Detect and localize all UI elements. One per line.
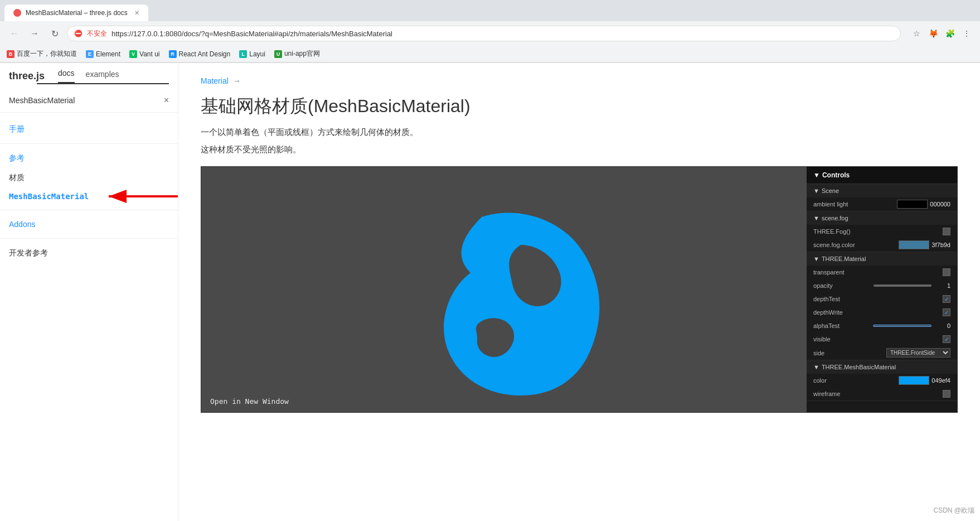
ctrl-ambient-color: 000000 bbox=[897, 200, 950, 209]
ctrl-mesh-color: 049ef4 bbox=[899, 376, 950, 385]
ctrl-scene-chevron: ▼ bbox=[813, 187, 819, 194]
ctrl-fog-chevron: ▼ bbox=[813, 215, 819, 221]
ctrl-opacity-slider[interactable] bbox=[874, 284, 932, 287]
tab-close-button[interactable]: ✕ bbox=[134, 9, 139, 17]
ctrl-side-select[interactable]: THREE.FrontSide THREE.BackSide THREE.Dou… bbox=[886, 348, 950, 358]
reload-button[interactable]: ↻ bbox=[47, 26, 62, 41]
uniapp-favicon: U bbox=[274, 50, 282, 58]
breadcrumb-material[interactable]: Material bbox=[201, 76, 229, 85]
ctrl-meshbasic-chevron: ▼ bbox=[813, 364, 819, 370]
sidebar-link-addons[interactable]: Addons bbox=[9, 220, 35, 229]
ctrl-wireframe-checkbox[interactable] bbox=[943, 390, 950, 398]
ctrl-row-ambient: ambient light 000000 bbox=[807, 197, 957, 211]
demo-viewer: Open in New Window ▼ Controls ▼ Scene am… bbox=[201, 166, 958, 413]
ctrl-meshbasic-title[interactable]: ▼ THREE.MeshBasicMaterial bbox=[807, 360, 957, 374]
sidebar-label-devref: 开发者参考 bbox=[9, 248, 48, 257]
ctrl-depthtest-checkbox[interactable]: ✓ bbox=[943, 295, 950, 303]
puzzle-icon[interactable]: 🧩 bbox=[943, 27, 957, 40]
ctrl-row-wireframe: wireframe bbox=[807, 387, 957, 401]
ctrl-section-meshbasic: ▼ THREE.MeshBasicMaterial color 049ef4 w… bbox=[807, 360, 957, 401]
ctrl-fog-color: 3f7b9d bbox=[899, 240, 950, 249]
ctrl-row-opacity: opacity 1 bbox=[807, 279, 957, 292]
ctrl-scene-title[interactable]: ▼ Scene bbox=[807, 184, 957, 197]
sidebar-link-manual[interactable]: 手册 bbox=[9, 124, 25, 133]
react-ant-favicon: R bbox=[169, 50, 177, 58]
ctrl-row-side: side THREE.FrontSide THREE.BackSide THRE… bbox=[807, 346, 957, 360]
ctrl-row-transparent: transparent bbox=[807, 266, 957, 279]
bookmark-element[interactable]: E Element bbox=[86, 50, 120, 58]
main-content: Material → 基础网格材质(MeshBasicMaterial) 一个以… bbox=[178, 63, 980, 521]
sidebar-close-button[interactable]: × bbox=[164, 95, 169, 105]
ctrl-fog-title[interactable]: ▼ scene.fog bbox=[807, 211, 957, 225]
back-button[interactable]: ← bbox=[7, 26, 22, 41]
ctrl-fog-swatch[interactable] bbox=[899, 240, 929, 249]
element-favicon: E bbox=[86, 50, 94, 58]
breadcrumb-separator: → bbox=[233, 76, 241, 85]
sidebar-section-manual: 手册 bbox=[0, 119, 178, 139]
ctrl-color-swatch[interactable] bbox=[899, 376, 929, 385]
ctrl-section-material: ▼ THREE.Material transparent opacity bbox=[807, 252, 957, 360]
ctrl-fog-checkbox[interactable] bbox=[943, 228, 950, 235]
address-bar-row: ← → ↻ ⛔ 不安全 https://127.0.0.1:8080/docs/… bbox=[0, 21, 980, 46]
nav-examples[interactable]: examples bbox=[86, 70, 119, 83]
sidebar-title: MeshBasicMaterial bbox=[9, 96, 75, 105]
ctrl-alphatest-slider[interactable] bbox=[873, 325, 932, 327]
ctrl-row-depthwrite: depthWrite ✓ bbox=[807, 306, 957, 319]
tab-title: MeshBasicMaterial – three.js docs bbox=[26, 9, 128, 17]
ctrl-row-color: color 049ef4 bbox=[807, 374, 957, 387]
vant-favicon: V bbox=[129, 50, 137, 58]
url-text: https://127.0.0.1:8080/docs/?q=MeshBasic… bbox=[111, 30, 392, 38]
ctrl-ambient-swatch[interactable] bbox=[897, 200, 928, 209]
ctrl-visible-checkbox[interactable]: ✓ bbox=[943, 335, 950, 343]
sidebar-section-material: 材质 bbox=[0, 168, 178, 187]
ctrl-row-visible: visible ✓ bbox=[807, 332, 957, 346]
bookmark-vant[interactable]: V Vant ui bbox=[129, 50, 159, 58]
sidebar-section-devref: 开发者参考 bbox=[0, 243, 178, 263]
extension-icon[interactable]: 🦊 bbox=[926, 27, 940, 40]
breadcrumb: Material → bbox=[201, 76, 958, 85]
nav-docs[interactable]: docs bbox=[58, 69, 75, 83]
security-label: 不安全 bbox=[87, 29, 107, 38]
ctrl-material-chevron: ▼ bbox=[813, 255, 819, 262]
threejs-logo-shape bbox=[370, 172, 638, 407]
sidebar-section-addons: Addons bbox=[0, 215, 178, 234]
browser-tab[interactable]: MeshBasicMaterial – three.js docs ✕ bbox=[4, 4, 148, 21]
ctrl-section-fog: ▼ scene.fog THREE.Fog() scene.fog.color … bbox=[807, 211, 957, 252]
demo-canvas: Open in New Window bbox=[201, 167, 807, 412]
menu-icon[interactable]: ⋮ bbox=[960, 27, 973, 40]
forward-button[interactable]: → bbox=[27, 26, 42, 41]
ctrl-row-fog-toggle: THREE.Fog() bbox=[807, 225, 957, 238]
sidebar-search-bar: MeshBasicMaterial × bbox=[0, 89, 178, 113]
security-icon: ⛔ bbox=[74, 30, 83, 37]
controls-chevron: ▼ bbox=[813, 171, 820, 179]
ctrl-row-fog-color: scene.fog.color 3f7b9d bbox=[807, 238, 957, 252]
sidebar: three.js docs examples MeshBasicMaterial… bbox=[0, 63, 178, 521]
bookmarks-bar: B 百度一下，你就知道 E Element V Vant ui R React … bbox=[0, 46, 980, 62]
controls-panel: ▼ Controls ▼ Scene ambient light 000000 bbox=[807, 167, 957, 412]
layui-favicon: L bbox=[239, 50, 247, 58]
red-arrow-annotation bbox=[103, 185, 178, 208]
address-bar[interactable]: ⛔ 不安全 https://127.0.0.1:8080/docs/?q=Mes… bbox=[67, 26, 901, 41]
controls-header: ▼ Controls bbox=[807, 167, 957, 184]
sidebar-mesh-item: MeshBasicMaterial bbox=[0, 187, 178, 205]
ctrl-material-title[interactable]: ▼ THREE.Material bbox=[807, 252, 957, 266]
ctrl-depthwrite-checkbox[interactable]: ✓ bbox=[943, 308, 950, 316]
bookmark-react-ant[interactable]: R React Ant Design bbox=[169, 50, 231, 58]
ctrl-section-scene: ▼ Scene ambient light 000000 bbox=[807, 184, 957, 211]
sidebar-link-ref[interactable]: 参考 bbox=[9, 153, 25, 162]
page-desc-2: 这种材质不受光照的影响。 bbox=[201, 144, 958, 155]
bookmark-uniapp[interactable]: U uni-app官网 bbox=[274, 49, 320, 59]
page-desc-1: 一个以简单着色（平面或线框）方式来绘制几何体的材质。 bbox=[201, 126, 958, 139]
star-icon[interactable]: ☆ bbox=[910, 27, 923, 40]
baidu-favicon: B bbox=[7, 50, 14, 58]
ctrl-transparent-checkbox[interactable] bbox=[943, 268, 950, 276]
bookmark-baidu[interactable]: B 百度一下，你就知道 bbox=[7, 49, 77, 59]
bookmark-layui[interactable]: L Layui bbox=[239, 50, 265, 58]
ctrl-row-depthtest: depthTest ✓ bbox=[807, 292, 957, 306]
ctrl-row-alphatest: alphaTest 0 bbox=[807, 319, 957, 332]
sidebar-label-material: 材质 bbox=[9, 173, 25, 182]
demo-open-label[interactable]: Open in New Window bbox=[210, 397, 289, 406]
browser-toolbar-icons: ☆ 🦊 🧩 ⋮ bbox=[910, 27, 973, 40]
sidebar-section-ref: 参考 bbox=[0, 148, 178, 168]
site-logo[interactable]: three.js bbox=[9, 70, 45, 82]
